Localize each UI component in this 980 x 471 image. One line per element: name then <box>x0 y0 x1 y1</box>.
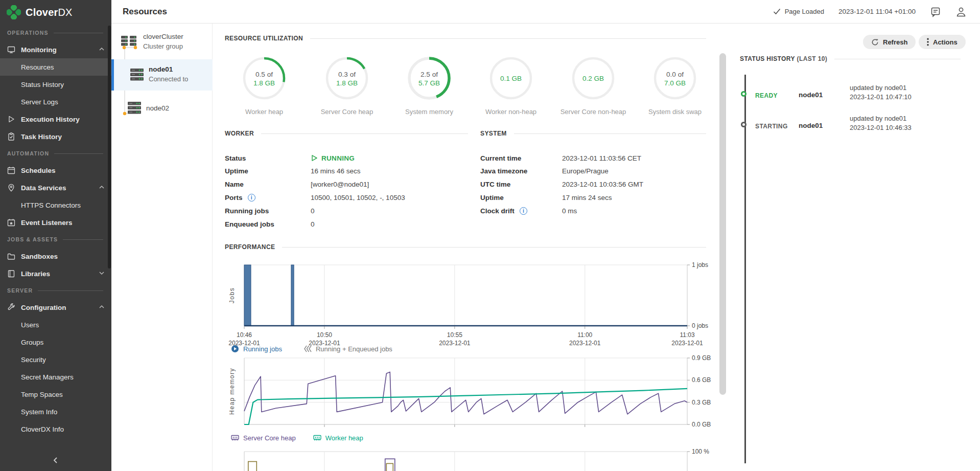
server-node-icon <box>129 67 145 82</box>
svg-text:11:032023-12-01: 11:032023-12-01 <box>671 331 703 347</box>
ram-icon <box>313 434 321 442</box>
legend-worker-heap[interactable]: Worker heap <box>313 434 363 442</box>
status-dot <box>741 122 746 127</box>
sidebar-item-sandboxes[interactable]: Sandboxes <box>0 248 111 265</box>
detail-value: RUNNING <box>311 154 355 162</box>
sidebar-item-execution-history[interactable]: Execution History <box>0 110 111 128</box>
gauge-caption: System memory <box>391 108 468 116</box>
topbar: Resources Page Loaded 2023-12-01 11:04 +… <box>111 0 980 24</box>
gauge-ring: 0.0 of7.0 GB <box>652 55 698 101</box>
detail-value: 16 mins 46 secs <box>311 167 361 175</box>
svg-text:0.3 GB: 0.3 GB <box>692 399 711 406</box>
gauge-caption: Server Core heap <box>309 108 385 116</box>
svg-text:0.9 GB: 0.9 GB <box>692 355 711 362</box>
sidebar-item-system-info[interactable]: System Info <box>0 403 111 420</box>
status-entry-ready: READYnode01updated by node012023-12-01 1… <box>738 81 973 109</box>
sidebar-item-data-services[interactable]: Data Services <box>0 179 111 196</box>
gauge-ring: 0.5 of1.8 GB <box>241 55 287 101</box>
detail-row-clock-drift: Clock drifti0 ms <box>480 204 715 217</box>
tree-item-cluster[interactable]: cloverCluster Cluster group <box>111 31 213 57</box>
tree-item-node02[interactable]: node02 <box>111 94 213 123</box>
sidebar-collapse-button[interactable] <box>0 450 111 471</box>
folder-icon <box>7 252 15 260</box>
detail-label: Clock drift <box>480 207 515 215</box>
gauge-caption: Worker non-heap <box>473 108 549 116</box>
actions-button[interactable]: Actions <box>919 35 966 49</box>
status-meta: updated by node012023-12-01 10:46:33 <box>850 114 912 132</box>
sidebar-item-users[interactable]: Users <box>0 316 111 333</box>
svg-text:0.3 of1.8 GB: 0.3 of1.8 GB <box>336 71 358 87</box>
sidebar-item-configuration[interactable]: Configuration <box>0 299 111 316</box>
sidebar-item-cloverdx-info[interactable]: CloverDX Info <box>0 420 111 438</box>
sidebar-scrollbar[interactable] <box>108 26 111 268</box>
sidebar-item-schedules[interactable]: Schedules <box>0 162 111 179</box>
legend-server-core-heap[interactable]: Server Core heap <box>231 434 296 442</box>
tree-item-node01[interactable]: node01 Connected to <box>111 59 213 91</box>
sidebar-item-server-logs[interactable]: Server Logs <box>0 93 111 110</box>
section-resource-utilization: RESOURCE UTILIZATION <box>225 35 706 42</box>
cluster-icon <box>120 34 138 49</box>
clipboard-icon <box>7 132 15 141</box>
sidebar-item-libraries[interactable]: Libraries <box>0 265 111 282</box>
jobs-chart[interactable]: 1 jobs0 jobs10:462023-12-0110:502023-12-… <box>225 259 715 351</box>
status-node: node01 <box>799 122 823 129</box>
detail-value: 0 <box>311 220 315 228</box>
sidebar-item-monitoring[interactable]: Monitoring <box>0 41 111 58</box>
sidebar-item-secret-managers[interactable]: Secret Managers <box>0 368 111 386</box>
sidebar-item-task-history[interactable]: Task History <box>0 128 111 145</box>
svg-text:11:002023-12-01: 11:002023-12-01 <box>569 331 601 347</box>
info-icon[interactable]: i <box>520 207 527 215</box>
sidebar-item-event-listeners[interactable]: Event Listeners <box>0 214 111 231</box>
cpu-usage-chart[interactable]: 100 % <box>225 448 715 471</box>
detail-row-uptime: Uptime17 mins 24 secs <box>480 191 715 204</box>
node-name: node01 <box>149 65 188 73</box>
nav-section-operations: OPERATIONS <box>0 25 111 41</box>
refresh-button[interactable]: Refresh <box>863 35 916 49</box>
kebab-menu-icon <box>927 38 929 46</box>
ram-icon <box>231 434 239 442</box>
calendar-icon <box>7 166 15 174</box>
info-icon[interactable]: i <box>248 194 255 201</box>
legend-running-enqueued-jobs[interactable]: Running + Enqueued jobs <box>304 345 392 353</box>
detail-label: Uptime <box>480 194 504 201</box>
svg-text:Heap memory: Heap memory <box>228 368 236 415</box>
detail-label: Ports <box>225 194 243 201</box>
gauge-ring: 0.3 of1.8 GB <box>324 55 370 101</box>
sidebar-item-temp-spaces[interactable]: Temp Spaces <box>0 386 111 403</box>
event-icon <box>7 218 15 227</box>
heap-memory-chart[interactable]: 0.9 GB0.6 GB0.3 GB0.0 GBHeap memory <box>225 355 715 432</box>
legend-running-jobs[interactable]: Running jobs <box>231 345 282 353</box>
svg-text:10:552023-12-01: 10:552023-12-01 <box>439 331 471 347</box>
brand[interactable]: CloverDX <box>0 0 111 25</box>
brand-name: CloverDX <box>26 7 73 18</box>
detail-value: 0 ms <box>562 207 577 215</box>
detail-label: Java timezone <box>480 167 527 175</box>
feedback-icon[interactable] <box>930 6 941 17</box>
gauge-ring: 0.1 GB <box>488 55 534 101</box>
gauge-server-core-non-heap: 0.2 GBServer Core non-heap <box>555 55 632 116</box>
detail-label: Enqueued jobs <box>225 220 274 228</box>
sidebar-item-resources[interactable]: Resources <box>0 58 111 76</box>
main-scrollbar[interactable] <box>719 53 726 395</box>
detail-value: [worker0@node01] <box>311 181 369 188</box>
sidebar-item-security[interactable]: Security <box>0 351 111 368</box>
svg-text:0.1 GB: 0.1 GB <box>500 75 522 82</box>
detail-row-current-time: Current time2023-12-01 11:03:56 CET <box>480 151 715 165</box>
sidebar-item-https-connectors[interactable]: HTTPS Connectors <box>0 196 111 214</box>
chevron-left-icon <box>52 457 59 464</box>
svg-text:0.2 GB: 0.2 GB <box>582 75 604 82</box>
gauge-ring: 0.2 GB <box>570 55 616 101</box>
user-account-icon[interactable] <box>955 6 967 17</box>
node-name: node02 <box>146 104 169 112</box>
nav-section-server: SERVER <box>0 282 111 299</box>
cluster-type: Cluster group <box>143 42 183 50</box>
status-dot <box>741 91 746 97</box>
detail-row-java-timezone: Java timezoneEurope/Prague <box>480 165 715 178</box>
server-timestamp: 2023-12-01 11:04 +01:00 <box>838 8 916 15</box>
page-title: Resources <box>123 7 167 17</box>
jobs-chart-legend: Running jobsRunning + Enqueued jobs <box>231 345 392 353</box>
detail-label: Running jobs <box>225 207 269 215</box>
sidebar-item-status-history[interactable]: Status History <box>0 76 111 93</box>
heap-chart-legend: Server Core heapWorker heap <box>231 434 363 442</box>
sidebar-item-groups[interactable]: Groups <box>0 333 111 351</box>
